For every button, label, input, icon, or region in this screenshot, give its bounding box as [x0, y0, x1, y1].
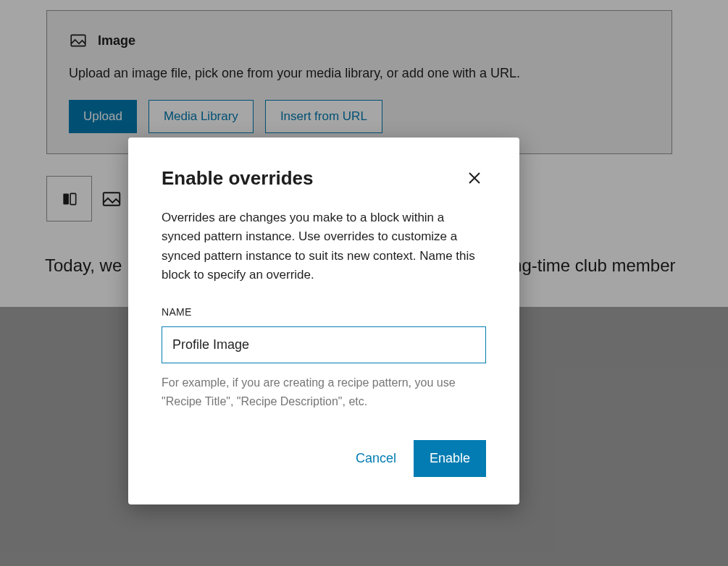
- enable-button[interactable]: Enable: [414, 440, 486, 477]
- modal-footer: Cancel Enable: [162, 440, 486, 477]
- help-text: For example, if you are creating a recip…: [162, 373, 486, 410]
- modal-header: Enable overrides: [162, 166, 486, 190]
- name-label: NAME: [162, 306, 486, 318]
- modal-description: Overrides are changes you make to a bloc…: [162, 208, 486, 284]
- cancel-button[interactable]: Cancel: [356, 451, 396, 466]
- enable-overrides-modal: Enable overrides Overrides are changes y…: [128, 138, 519, 504]
- close-icon: [466, 169, 483, 187]
- modal-title: Enable overrides: [162, 167, 314, 190]
- close-button[interactable]: [463, 166, 486, 190]
- name-input[interactable]: [162, 326, 486, 363]
